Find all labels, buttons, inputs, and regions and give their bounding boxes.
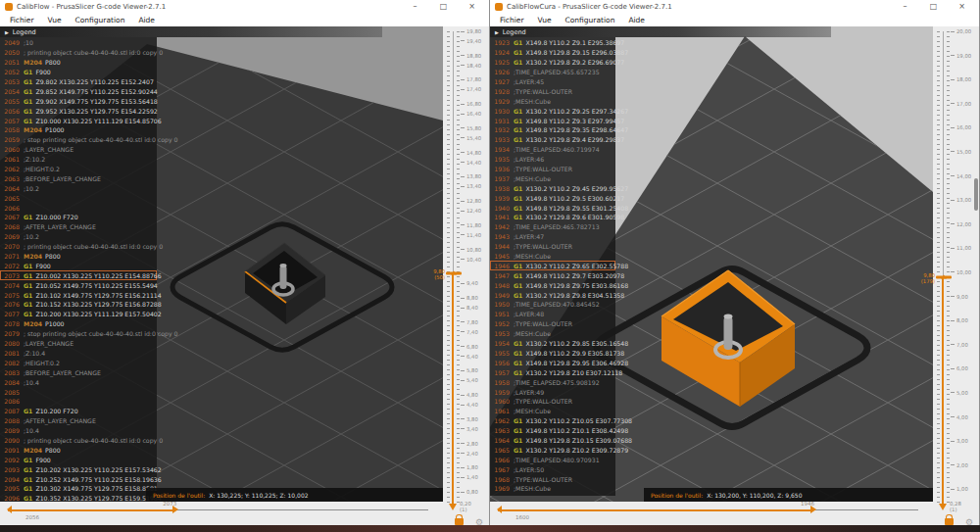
menu-aide[interactable]: Aide xyxy=(131,14,162,26)
gcode-line[interactable]: 2071M204P800 xyxy=(0,252,157,262)
gcode-line[interactable]: 2062;HEIGHT:0.2 xyxy=(0,165,157,174)
gcode-line[interactable]: 1940G1X149.8 Y129.8 Z9.55 E301.25408 xyxy=(490,203,615,213)
minimize-button[interactable]: – xyxy=(893,0,917,14)
hslider-start-arrow[interactable] xyxy=(3,506,12,513)
gcode-line[interactable]: 2053G1Z9.802 X130.225 Y110.225 E152.2407 xyxy=(0,77,157,87)
gcode-line[interactable]: 1945;MESH:Cube xyxy=(490,252,615,262)
gcode-line[interactable]: 1943;LAYER:47 xyxy=(490,232,615,242)
gcode-line[interactable]: 2087G1Z10.200 F720 xyxy=(0,407,157,416)
gcode-line[interactable]: 2074G1Z10.052 X149.775 Y110.225 E155.549… xyxy=(0,280,157,290)
menu-vue[interactable]: Vue xyxy=(41,14,69,26)
gcode-line[interactable]: 2052G1F900 xyxy=(0,68,157,77)
gcode-line[interactable]: 1966;TIME_ELAPSED:480.970931 xyxy=(490,455,615,464)
hslider-handle[interactable] xyxy=(810,506,820,513)
gcode-line[interactable]: 1929;MESH:Cube xyxy=(490,96,615,106)
vslider-bottom-arrow[interactable] xyxy=(939,504,947,514)
gcode-line[interactable]: 2086 xyxy=(0,397,157,407)
window-scrollbar-thumb[interactable] xyxy=(974,178,978,211)
gcode-line[interactable]: 2055G1Z9.902 X149.775 Y129.775 E153.5641… xyxy=(0,96,157,106)
gcode-line[interactable]: 2085 xyxy=(0,387,157,397)
gcode-line[interactable]: 2070; printing object cube-40-40-40.stl … xyxy=(0,242,157,252)
gcode-line[interactable]: 1957G1X130.2 Y129.8 Z10 E307.12118 xyxy=(490,367,615,377)
gcode-line[interactable]: 1939G1X149.8 Y110.2 Z9.5 E300.60217 xyxy=(490,193,615,203)
gcode-line[interactable]: 2056G1Z9.952 X130.225 Y129.775 E154.2259… xyxy=(0,106,157,116)
menu-fichier[interactable]: Fichier xyxy=(493,14,531,26)
gcode-line[interactable]: 1923G1X149.8 Y110.2 Z9.1 E295.38697 xyxy=(490,38,615,48)
gcode-line[interactable]: 2081;Z:10.4 xyxy=(0,349,157,359)
menu-aide[interactable]: Aide xyxy=(621,14,652,26)
gcode-line[interactable]: 2049;10 xyxy=(0,38,157,48)
close-button[interactable]: × xyxy=(460,0,484,14)
3d-viewport[interactable]: ▶ Legend 1923G1X149.8 Y110.2 Z9.1 E295.3… xyxy=(490,26,933,502)
menu-fichier[interactable]: Fichier xyxy=(3,14,41,26)
gcode-line[interactable]: 2069;10.2 xyxy=(0,232,157,242)
gcode-line[interactable]: 1934;TIME_ELAPSED:460.719974 xyxy=(490,145,615,155)
gcode-line[interactable]: 2064;10.2 xyxy=(0,183,157,193)
gcode-line[interactable]: 2093G1Z10.202 X130.225 Y110.225 E157.534… xyxy=(0,464,157,474)
gcode-line[interactable]: 2050; printing object cube-40-40-40.stl … xyxy=(0,48,157,58)
gcode-line[interactable]: 2073G1Z10.002 X130.225 Y110.225 E154.887… xyxy=(0,270,157,280)
gcode-line[interactable]: 2075G1Z10.102 X149.775 Y129.775 E156.211… xyxy=(0,290,157,300)
gcode-line[interactable]: 2057G1Z10.000 X130.225 Y111.129 E154.857… xyxy=(0,116,157,125)
gcode-line[interactable]: 2083;BEFORE_LAYER_CHANGE xyxy=(0,367,157,377)
gcode-line[interactable]: 2091M204P800 xyxy=(0,445,157,455)
gcode-line[interactable]: 1925G1X130.2 Y129.8 Z9.2 E296.69077 xyxy=(490,58,615,68)
gcode-line[interactable]: 2080;LAYER_CHANGE xyxy=(0,339,157,349)
gcode-line[interactable]: 1962G1X130.2 Y110.2 Z10.05 E307.77308 xyxy=(490,416,615,426)
gcode-line[interactable]: 2066 xyxy=(0,203,157,213)
gcode-line[interactable]: 2082;HEIGHT:0.2 xyxy=(0,358,157,367)
gcode-line[interactable]: 1960;TYPE:WALL-OUTER xyxy=(490,397,615,407)
gcode-line[interactable]: 1956G1X149.8 Y129.8 Z9.95 E306.46928 xyxy=(490,358,615,367)
lock-icon[interactable] xyxy=(945,518,954,525)
vslider-handle[interactable] xyxy=(936,275,952,278)
gcode-line[interactable]: 1965G1X130.2 Y129.8 Z10.2 E309.72879 xyxy=(490,445,615,455)
gcode-line[interactable]: 2078M204P1000 xyxy=(0,319,157,329)
gcode-line[interactable]: 1961;MESH:Cube xyxy=(490,407,615,416)
gcode-line[interactable]: 2051M204P800 xyxy=(0,58,157,68)
gcode-line[interactable]: 2090; printing object cube-40-40-40.stl … xyxy=(0,436,157,446)
gcode-line[interactable]: 1948G1X149.8 Y129.8 Z9.75 E303.86168 xyxy=(490,280,615,290)
gcode-line[interactable]: 2061;Z:10.2 xyxy=(0,155,157,165)
gcode-line[interactable]: 1953;MESH:Cube xyxy=(490,329,615,339)
gcode-line[interactable]: 1931G1X149.8 Y110.2 Z9.3 E297.99457 xyxy=(490,116,615,125)
gcode-line[interactable]: 1959;LAYER:49 xyxy=(490,387,615,397)
gcode-line[interactable]: 1936;TYPE:WALL-OUTER xyxy=(490,165,615,174)
gcode-line[interactable]: 2076G1Z10.152 X130.225 Y129.775 E156.872… xyxy=(0,300,157,310)
gcode-line[interactable]: 2063;BEFORE_LAYER_CHANGE xyxy=(0,173,157,183)
menu-configuration[interactable]: Configuration xyxy=(559,14,622,26)
vslider-handle[interactable] xyxy=(446,272,462,275)
gcode-line[interactable]: 1935;LAYER:46 xyxy=(490,155,615,165)
gcode-line[interactable]: 1944;TYPE:WALL-OUTER xyxy=(490,242,615,252)
gcode-line[interactable]: 1951;LAYER:48 xyxy=(490,310,615,319)
gcode-line[interactable]: 2089;10.4 xyxy=(0,426,157,436)
vslider-bottom-arrow[interactable] xyxy=(449,504,457,514)
gcode-line[interactable]: 1952;TYPE:WALL-OUTER xyxy=(490,319,615,329)
gcode-line[interactable]: 1949G1X130.2 Y129.8 Z9.8 E304.51358 xyxy=(490,290,615,300)
gcode-line[interactable]: 1967;LAYER:50 xyxy=(490,464,615,474)
gcode-line[interactable]: 1963G1X149.8 Y110.2 Z10.1 E308.42498 xyxy=(490,426,615,436)
maximize-button[interactable]: □ xyxy=(431,0,456,14)
gcode-line[interactable]: 1924G1X149.8 Y129.8 Z9.15 E296.03887 xyxy=(490,48,615,58)
gcode-line[interactable]: 2058M204P1000 xyxy=(0,125,157,135)
gcode-line[interactable]: 1937;MESH:Cube xyxy=(490,173,615,183)
menu-vue[interactable]: Vue xyxy=(531,14,559,26)
lock-icon[interactable] xyxy=(455,518,464,525)
menu-configuration[interactable]: Configuration xyxy=(69,14,132,26)
gcode-line[interactable]: 1926;TIME_ELAPSED:455.657235 xyxy=(490,68,615,77)
gcode-line[interactable]: 2084;10.4 xyxy=(0,377,157,387)
maximize-button[interactable]: □ xyxy=(921,0,946,14)
title-bar[interactable]: CalibFlowCura - PrusaSlicer G-code Viewe… xyxy=(490,0,979,14)
gcode-line[interactable]: 2072G1F900 xyxy=(0,261,157,270)
gcode-line[interactable]: 2077G1Z10.200 X130.225 Y111.129 E157.504… xyxy=(0,310,157,319)
gcode-line[interactable]: 2068;AFTER_LAYER_CHANGE xyxy=(0,222,157,232)
gcode-line[interactable]: 2054G1Z9.852 X149.775 Y110.225 E152.9024… xyxy=(0,86,157,96)
gcode-line[interactable]: 2059; stop printing object cube-40-40-40… xyxy=(0,135,157,145)
3d-viewport[interactable]: ▶ Legend 2049;102050; printing object cu… xyxy=(0,26,443,502)
gcode-line[interactable]: 1947G1X149.8 Y110.2 Z9.7 E303.20978 xyxy=(490,270,615,280)
gcode-line[interactable]: 2095G1Z10.302 X149.775 Y129.775 E158.858… xyxy=(0,484,157,494)
gcode-line[interactable]: 2067G1Z10.000 F720 xyxy=(0,213,157,222)
legend-toggle[interactable]: ▶ Legend xyxy=(490,26,831,37)
gcode-line[interactable]: 2079; stop printing object cube-40-40-40… xyxy=(0,329,157,339)
gcode-line[interactable]: 2092G1F900 xyxy=(0,455,157,464)
gcode-line[interactable]: 1969;MESH:Cube xyxy=(490,484,615,494)
